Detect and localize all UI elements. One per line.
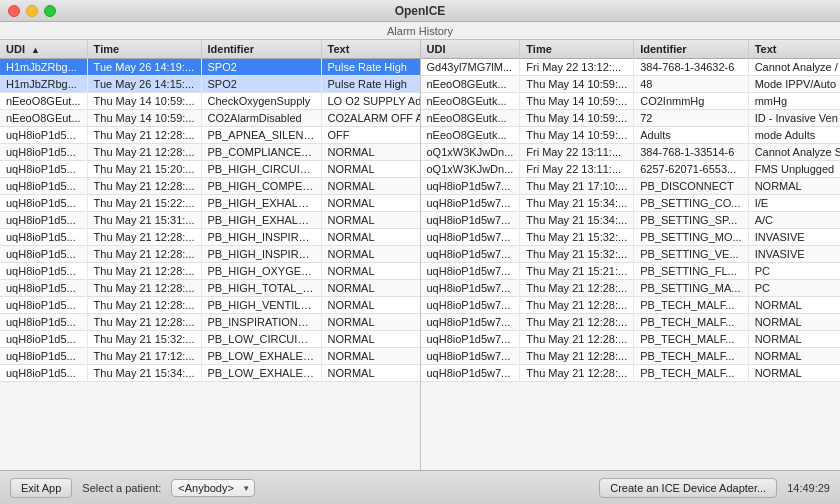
cell-udi: uqH8ioP1d5...: [0, 331, 87, 348]
cell-text: CO2ALARM OFF Advisory(4): [321, 110, 420, 127]
cell-identifier: PB_DISCONNECT: [634, 178, 748, 195]
cell-udi: uqH8ioP1d5w7...: [421, 331, 520, 348]
cell-udi: uqH8ioP1d5w7...: [421, 348, 520, 365]
table-row[interactable]: uqH8ioP1d5w7...Thu May 21 12:28:...PB_TE…: [421, 297, 841, 314]
exit-app-button[interactable]: Exit App: [10, 478, 72, 498]
table-row[interactable]: uqH8ioP1d5...Thu May 21 12:28:...PB_HIGH…: [0, 280, 420, 297]
table-row[interactable]: uqH8ioP1d5...Thu May 21 15:34:...PB_LOW_…: [0, 365, 420, 382]
maximize-button[interactable]: [44, 5, 56, 17]
table-row[interactable]: uqH8ioP1d5...Thu May 21 12:28:...PB_HIGH…: [0, 246, 420, 263]
create-adapter-button[interactable]: Create an ICE Device Adapter...: [599, 478, 777, 498]
patient-select[interactable]: <Anybody> Patient 1 Patient 2: [171, 479, 255, 497]
cell-udi: uqH8ioP1d5...: [0, 263, 87, 280]
cell-identifier: PB_LOW_EXHALED_...: [201, 365, 321, 382]
cell-text: NORMAL: [321, 297, 420, 314]
cell-time: Tue May 26 14:19:...: [87, 59, 201, 76]
cell-text: Cannot Analyze /: [748, 59, 840, 76]
cell-time: Thu May 21 15:34:...: [520, 212, 634, 229]
cell-identifier: PB_HIGH_EXHALED_...: [201, 195, 321, 212]
table-row[interactable]: oQ1xW3KJwDn...Fri May 22 13:11:...6257-6…: [421, 161, 841, 178]
right-col-text[interactable]: Text: [748, 40, 840, 59]
cell-time: Thu May 21 12:28:...: [87, 280, 201, 297]
cell-time: Thu May 21 12:28:...: [520, 348, 634, 365]
cell-identifier: PB_LOW_EXHALED_...: [201, 348, 321, 365]
table-row[interactable]: nEeoO8GEutk...Thu May 14 10:59:...Adults…: [421, 127, 841, 144]
left-table-scroll[interactable]: UDI ▲ Time Identifier Text: [0, 40, 420, 470]
table-row[interactable]: nEeoO8GEutk...Thu May 14 10:59:...48Mode…: [421, 76, 841, 93]
cell-time: Thu May 21 12:28:...: [87, 127, 201, 144]
cell-text: NORMAL: [321, 263, 420, 280]
table-row[interactable]: uqH8ioP1d5w7...Thu May 21 15:34:...PB_SE…: [421, 212, 841, 229]
table-row[interactable]: uqH8ioP1d5w7...Thu May 21 12:28:...PB_TE…: [421, 365, 841, 382]
right-table-scroll[interactable]: UDI Time Identifier Text Gd43y: [421, 40, 841, 470]
table-row[interactable]: H1mJbZRbg...Tue May 26 14:19:...SPO2Puls…: [0, 59, 420, 76]
main-content: UDI ▲ Time Identifier Text: [0, 40, 840, 470]
table-row[interactable]: uqH8ioP1d5w7...Thu May 21 12:28:...PB_TE…: [421, 348, 841, 365]
table-row[interactable]: uqH8ioP1d5...Thu May 21 12:28:...PB_HIGH…: [0, 229, 420, 246]
table-row[interactable]: H1mJbZRbg...Tue May 26 14:15:...SPO2Puls…: [0, 76, 420, 93]
table-row[interactable]: uqH8ioP1d5...Thu May 21 15:32:...PB_LOW_…: [0, 331, 420, 348]
cell-identifier: 48: [634, 76, 748, 93]
left-col-time[interactable]: Time: [87, 40, 201, 59]
table-row[interactable]: uqH8ioP1d5...Thu May 21 15:22:...PB_HIGH…: [0, 195, 420, 212]
table-row[interactable]: uqH8ioP1d5...Thu May 21 17:12:...PB_LOW_…: [0, 348, 420, 365]
cell-identifier: PB_APNEA_SILENCE: [201, 127, 321, 144]
cell-identifier: CO2AlarmDisabled: [201, 110, 321, 127]
table-row[interactable]: uqH8ioP1d5w7...Thu May 21 12:28:...PB_SE…: [421, 280, 841, 297]
cell-udi: uqH8ioP1d5...: [0, 178, 87, 195]
cell-text: NORMAL: [321, 365, 420, 382]
cell-text: NORMAL: [748, 297, 840, 314]
cell-text: NORMAL: [748, 178, 840, 195]
cell-udi: nEeoO8GEutk...: [421, 110, 520, 127]
cell-identifier: PB_SETTING_FL...: [634, 263, 748, 280]
cell-time: Thu May 14 10:59:...: [87, 93, 201, 110]
table-row[interactable]: nEeoO8GEutk...Thu May 14 10:59:...72ID -…: [421, 110, 841, 127]
table-row[interactable]: uqH8ioP1d5...Thu May 21 12:28:...PB_INSP…: [0, 314, 420, 331]
cell-identifier: PB_TECH_MALF...: [634, 314, 748, 331]
table-row[interactable]: uqH8ioP1d5...Thu May 21 15:20:...PB_HIGH…: [0, 161, 420, 178]
cell-udi: uqH8ioP1d5...: [0, 144, 87, 161]
right-table-panel: UDI Time Identifier Text Gd43y: [421, 40, 841, 470]
table-row[interactable]: uqH8ioP1d5...Thu May 21 12:28:...PB_HIGH…: [0, 178, 420, 195]
table-row[interactable]: oQ1xW3KJwDn...Fri May 22 13:11:...384-76…: [421, 144, 841, 161]
sort-arrow-udi: ▲: [31, 45, 40, 55]
close-button[interactable]: [8, 5, 20, 17]
table-row[interactable]: uqH8ioP1d5w7...Thu May 21 12:28:...PB_TE…: [421, 331, 841, 348]
table-row[interactable]: uqH8ioP1d5w7...Thu May 21 15:32:...PB_SE…: [421, 246, 841, 263]
table-row[interactable]: uqH8ioP1d5w7...Thu May 21 15:32:...PB_SE…: [421, 229, 841, 246]
cell-text: PC: [748, 280, 840, 297]
right-col-identifier[interactable]: Identifier: [634, 40, 748, 59]
cell-text: mode Adults: [748, 127, 840, 144]
minimize-button[interactable]: [26, 5, 38, 17]
cell-identifier: CheckOxygenSupply: [201, 93, 321, 110]
table-row[interactable]: uqH8ioP1d5...Thu May 21 12:28:...PB_HIGH…: [0, 263, 420, 280]
right-col-udi[interactable]: UDI: [421, 40, 520, 59]
cell-udi: nEeoO8GEutk...: [421, 127, 520, 144]
left-col-identifier[interactable]: Identifier: [201, 40, 321, 59]
table-row[interactable]: nEeoO8GEutk...Thu May 14 10:59:...CO2Inm…: [421, 93, 841, 110]
table-row[interactable]: uqH8ioP1d5w7...Thu May 21 12:28:...PB_TE…: [421, 314, 841, 331]
cell-time: Thu May 21 17:12:...: [87, 348, 201, 365]
table-row[interactable]: nEeoO8GEut...Thu May 14 10:59:...CheckOx…: [0, 93, 420, 110]
cell-time: Thu May 14 10:59:...: [520, 76, 634, 93]
cell-text: mmHg: [748, 93, 840, 110]
patient-label: Select a patient:: [82, 482, 161, 494]
table-row[interactable]: uqH8ioP1d5w7...Thu May 21 17:10:...PB_DI…: [421, 178, 841, 195]
cell-udi: uqH8ioP1d5w7...: [421, 263, 520, 280]
table-row[interactable]: uqH8ioP1d5...Thu May 21 12:28:...PB_APNE…: [0, 127, 420, 144]
cell-udi: uqH8ioP1d5...: [0, 246, 87, 263]
table-row[interactable]: uqH8ioP1d5w7...Thu May 21 15:34:...PB_SE…: [421, 195, 841, 212]
table-row[interactable]: uqH8ioP1d5...Thu May 21 15:31:...PB_HIGH…: [0, 212, 420, 229]
window-controls: [8, 5, 56, 17]
table-row[interactable]: uqH8ioP1d5w7...Thu May 21 15:21:...PB_SE…: [421, 263, 841, 280]
cell-time: Thu May 21 12:28:...: [520, 280, 634, 297]
table-row[interactable]: uqH8ioP1d5...Thu May 21 12:28:...PB_HIGH…: [0, 297, 420, 314]
title-bar: OpenICE: [0, 0, 840, 22]
table-row[interactable]: Gd43yl7MG7lM...Fri May 22 13:12:...384-7…: [421, 59, 841, 76]
right-col-time[interactable]: Time: [520, 40, 634, 59]
table-row[interactable]: uqH8ioP1d5...Thu May 21 12:28:...PB_COMP…: [0, 144, 420, 161]
left-col-text[interactable]: Text: [321, 40, 420, 59]
cell-udi: uqH8ioP1d5w7...: [421, 229, 520, 246]
left-col-udi[interactable]: UDI ▲: [0, 40, 87, 59]
table-row[interactable]: nEeoO8GEut...Thu May 14 10:59:...CO2Alar…: [0, 110, 420, 127]
